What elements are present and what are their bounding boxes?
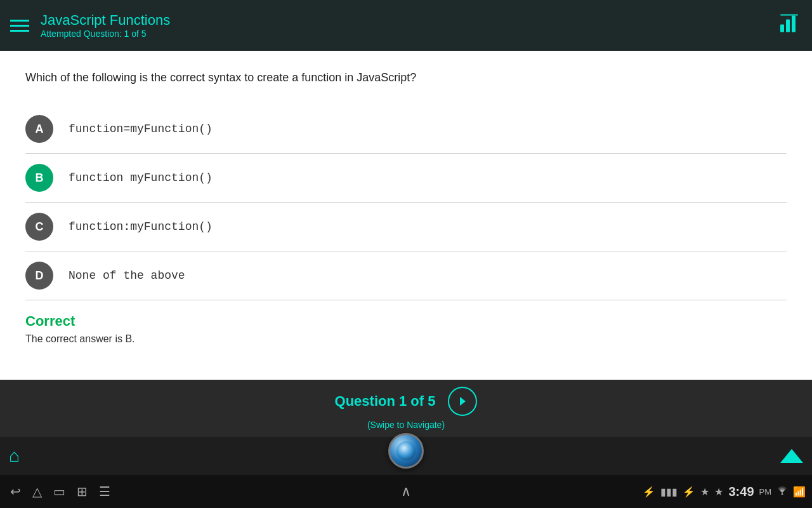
app-title: JavaScript Functions: [41, 12, 170, 29]
option-c-text: function:myFunction(): [69, 220, 213, 233]
battery-icon: ▮▮▮: [660, 486, 678, 498]
option-d-row[interactable]: D None of the above: [25, 251, 787, 300]
system-bar-left: ↩ △ ▭ ⊞ ☰: [10, 484, 110, 499]
system-time: 3:49: [728, 485, 754, 499]
wifi-icon: [776, 486, 788, 497]
bottom-nav: ⌂: [0, 437, 812, 475]
flash-icon: ⚡: [683, 486, 695, 498]
svg-rect-0: [780, 25, 784, 32]
question-text: Which of the following is the correct sy…: [25, 70, 787, 86]
network-icon: 📶: [793, 486, 806, 498]
home-sys-icon[interactable]: △: [32, 484, 42, 499]
option-b-text: function myFunction(): [69, 171, 213, 184]
app-logo: [388, 433, 424, 469]
svg-rect-3: [780, 15, 798, 16]
star2-icon: ★: [714, 486, 723, 498]
option-a-row[interactable]: A function=myFunction(): [25, 105, 787, 154]
recent-apps-icon[interactable]: ▭: [53, 484, 65, 499]
option-a-circle: A: [25, 115, 53, 143]
menu-sys-icon[interactable]: ☰: [99, 484, 110, 499]
system-bar-right: ⚡ ▮▮▮ ⚡ ★ ★ 3:49 PM 📶: [643, 485, 806, 499]
chart-icon[interactable]: [779, 13, 799, 38]
svg-rect-1: [786, 20, 790, 32]
header-title-group: JavaScript Functions Attempted Question:…: [41, 12, 170, 39]
option-d-circle: D: [25, 262, 53, 290]
result-correct-label: Correct: [25, 313, 787, 330]
home-button[interactable]: ⌂: [9, 446, 20, 466]
center-nav-icon[interactable]: ∧: [401, 483, 411, 500]
next-question-button[interactable]: [448, 387, 477, 416]
question-counter: Question 1 of 5: [335, 393, 436, 410]
svg-point-4: [782, 493, 783, 495]
quiz-nav: Question 1 of 5 (Swipe to Navigate): [0, 380, 812, 437]
star-icon: ★: [700, 486, 709, 498]
option-b-circle: B: [25, 164, 53, 192]
usb-icon: ⚡: [643, 486, 655, 498]
option-a-text: function=myFunction(): [69, 123, 213, 135]
result-detail-text: The correct answer is B.: [25, 333, 787, 345]
option-b-row[interactable]: B function myFunction(): [25, 154, 787, 203]
qr-icon[interactable]: ⊞: [77, 484, 88, 499]
system-bar: ↩ △ ▭ ⊞ ☰ ∧ ⚡ ▮▮▮ ⚡ ★ ★ 3:49 PM 📶: [0, 475, 812, 508]
back-icon[interactable]: ↩: [10, 484, 21, 499]
system-ampm: PM: [759, 487, 772, 497]
option-c-circle: C: [25, 213, 53, 241]
attempted-question-label: Attempted Question: 1 of 5: [41, 29, 170, 39]
scroll-up-button[interactable]: [780, 449, 803, 463]
svg-rect-2: [792, 16, 796, 32]
main-content: Which of the following is the correct sy…: [0, 51, 812, 380]
swipe-hint: (Swipe to Navigate): [367, 420, 445, 430]
option-c-row[interactable]: C function:myFunction(): [25, 203, 787, 251]
option-d-text: None of the above: [69, 269, 185, 282]
menu-icon[interactable]: [10, 20, 29, 32]
app-header: JavaScript Functions Attempted Question:…: [0, 0, 812, 51]
quiz-nav-top: Question 1 of 5: [335, 387, 478, 416]
result-section: Correct The correct answer is B.: [25, 313, 787, 345]
